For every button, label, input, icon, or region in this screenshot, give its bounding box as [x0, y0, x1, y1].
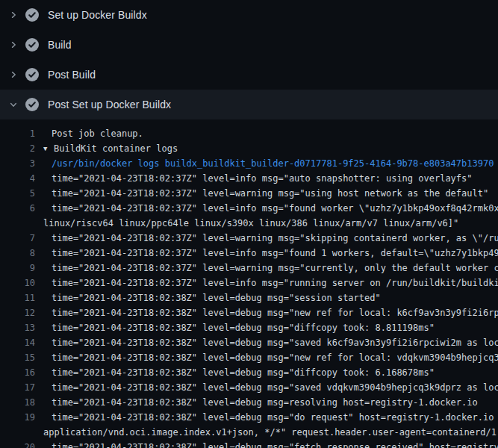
log-text-content: time="2021-04-23T18:02:37Z" level=info m… [52, 248, 498, 258]
line-number[interactable]: 4 [0, 171, 35, 186]
log-text: time="2021-04-23T18:02:38Z" level=debug … [52, 290, 498, 305]
line-number[interactable]: 10 [0, 276, 35, 290]
log-text-content: time="2021-04-23T18:02:38Z" level=debug … [52, 442, 498, 448]
line-number[interactable]: 20 [0, 440, 35, 448]
log-line: 8 time="2021-04-23T18:02:37Z" level=info… [0, 246, 498, 261]
log-text: ▼BuildKit container logs [43, 141, 498, 156]
log-text: time="2021-04-23T18:02:37Z" level=warnin… [52, 231, 498, 246]
workflow-log-viewer: Set up Docker Buildx Build Post Buil [0, 0, 498, 448]
step-header-post-build[interactable]: Post Build [0, 60, 498, 90]
log-text: Post job cleanup. [52, 126, 498, 141]
chevron-right-icon[interactable] [7, 69, 19, 81]
step-label: Post Set up Docker Buildx [48, 99, 171, 111]
log-line: 17 time="2021-04-23T18:02:38Z" level=deb… [0, 380, 498, 395]
check-circle-icon [25, 98, 39, 111]
line-number[interactable]: 15 [0, 350, 35, 365]
log-line: linux/riscv64 linux/ppc64le linux/s390x … [0, 216, 498, 231]
log-line: 15 time="2021-04-23T18:02:38Z" level=deb… [0, 350, 498, 365]
line-number[interactable]: 17 [0, 380, 35, 395]
log-text: application/vnd.oci.image.index.v1+json,… [43, 425, 498, 440]
check-circle-icon [25, 8, 39, 22]
log-text-content: time="2021-04-23T18:02:37Z" level=info m… [52, 278, 498, 288]
log-text-content: time="2021-04-23T18:02:37Z" level=info m… [52, 203, 498, 214]
log-line: 3 /usr/bin/docker logs buildx_buildkit_b… [0, 156, 498, 171]
line-number[interactable]: 14 [0, 335, 35, 350]
line-number[interactable] [0, 216, 35, 231]
log-text-content: linux/riscv64 linux/ppc64le linux/s390x … [43, 218, 458, 228]
line-number[interactable]: 19 [0, 410, 35, 425]
log-text-content: Post job cleanup. [52, 128, 143, 139]
log-line: 19 time="2021-04-23T18:02:38Z" level=deb… [0, 410, 498, 425]
log-line: 11 time="2021-04-23T18:02:38Z" level=deb… [0, 290, 498, 305]
log-text-content: time="2021-04-23T18:02:37Z" level=info m… [52, 173, 473, 184]
log-text: time="2021-04-23T18:02:38Z" level=debug … [52, 395, 498, 410]
line-number[interactable]: 2 [0, 141, 35, 156]
log-text: time="2021-04-23T18:02:37Z" level=info m… [52, 171, 498, 186]
log-line: 1 Post job cleanup. [0, 126, 498, 141]
line-number[interactable]: 12 [0, 305, 35, 320]
log-line: 16 time="2021-04-23T18:02:38Z" level=deb… [0, 365, 498, 380]
log-text-content: time="2021-04-23T18:02:38Z" level=debug … [52, 412, 498, 423]
line-number[interactable]: 3 [0, 156, 35, 171]
log-text: time="2021-04-23T18:02:38Z" level=debug … [52, 320, 498, 335]
line-number[interactable]: 5 [0, 186, 35, 201]
log-line: 6 time="2021-04-23T18:02:37Z" level=info… [0, 201, 498, 216]
line-number[interactable]: 1 [0, 126, 35, 141]
chevron-right-icon[interactable] [7, 39, 19, 51]
line-number[interactable]: 13 [0, 320, 35, 335]
log-text-content: time="2021-04-23T18:02:38Z" level=debug … [52, 293, 381, 303]
step-label: Build [48, 39, 72, 51]
step-header-build[interactable]: Build [0, 30, 498, 60]
log-text-content: time="2021-04-23T18:02:37Z" level=warnin… [52, 188, 488, 199]
steps-list: Set up Docker Buildx Build Post Buil [0, 0, 498, 119]
log-text-content: time="2021-04-23T18:02:38Z" level=debug … [52, 397, 478, 408]
log-text-content: time="2021-04-23T18:02:38Z" level=debug … [52, 367, 435, 378]
log-text-content: time="2021-04-23T18:02:38Z" level=debug … [52, 352, 498, 363]
log-text-content: /usr/bin/docker logs buildx_buildkit_bui… [52, 158, 494, 169]
log-line: 5 time="2021-04-23T18:02:37Z" level=warn… [0, 186, 498, 201]
line-number[interactable]: 9 [0, 261, 35, 276]
log-text-content: time="2021-04-23T18:02:38Z" level=debug … [52, 308, 498, 318]
log-line: 12 time="2021-04-23T18:02:38Z" level=deb… [0, 305, 498, 320]
log-text: linux/riscv64 linux/ppc64le linux/s390x … [43, 216, 498, 231]
log-text: time="2021-04-23T18:02:38Z" level=debug … [52, 365, 498, 380]
log-line: 4 time="2021-04-23T18:02:37Z" level=info… [0, 171, 498, 186]
step-label: Post Build [48, 69, 96, 81]
log-text: time="2021-04-23T18:02:38Z" level=debug … [52, 410, 498, 425]
log-text-content: time="2021-04-23T18:02:37Z" level=warnin… [52, 263, 498, 273]
log-line: 2 ▼BuildKit container logs [0, 141, 498, 156]
check-circle-icon [25, 38, 39, 52]
log-line: 7 time="2021-04-23T18:02:37Z" level=warn… [0, 231, 498, 246]
line-number[interactable]: 18 [0, 395, 35, 410]
chevron-right-icon[interactable] [7, 9, 19, 21]
log-text: time="2021-04-23T18:02:37Z" level=info m… [52, 201, 498, 216]
log-text: time="2021-04-23T18:02:37Z" level=warnin… [52, 186, 498, 201]
step-label: Set up Docker Buildx [48, 9, 147, 21]
chevron-down-icon[interactable] [7, 99, 19, 111]
log-line: 20 time="2021-04-23T18:02:38Z" level=deb… [0, 440, 498, 448]
log-text-content: BuildKit container logs [54, 143, 178, 154]
log-text-content: time="2021-04-23T18:02:38Z" level=debug … [52, 323, 435, 333]
line-number[interactable]: 8 [0, 246, 35, 261]
log-line: 13 time="2021-04-23T18:02:38Z" level=deb… [0, 320, 498, 335]
log-text-content: time="2021-04-23T18:02:38Z" level=debug … [52, 337, 498, 348]
check-circle-icon [25, 68, 39, 81]
log-group-toggle-icon[interactable]: ▼ [43, 141, 54, 156]
line-number[interactable]: 11 [0, 290, 35, 305]
log-line: 9 time="2021-04-23T18:02:37Z" level=warn… [0, 261, 498, 276]
log-text: time="2021-04-23T18:02:38Z" level=debug … [52, 350, 498, 365]
log-text: time="2021-04-23T18:02:38Z" level=debug … [52, 440, 498, 448]
line-number[interactable]: 6 [0, 201, 35, 216]
log-text: time="2021-04-23T18:02:37Z" level=info m… [52, 246, 498, 261]
log-line: 10 time="2021-04-23T18:02:37Z" level=inf… [0, 276, 498, 290]
log-line: 18 time="2021-04-23T18:02:38Z" level=deb… [0, 395, 498, 410]
log-text: time="2021-04-23T18:02:38Z" level=debug … [52, 305, 498, 320]
log-text: time="2021-04-23T18:02:37Z" level=info m… [52, 276, 498, 290]
line-number[interactable]: 16 [0, 365, 35, 380]
log-text: time="2021-04-23T18:02:38Z" level=debug … [52, 335, 498, 350]
line-number[interactable]: 7 [0, 231, 35, 246]
step-header-set-up-docker-buildx[interactable]: Set up Docker Buildx [0, 0, 498, 30]
line-number[interactable] [0, 425, 35, 440]
step-header-post-set-up-docker-buildx[interactable]: Post Set up Docker Buildx [0, 90, 498, 119]
log-line: application/vnd.oci.image.index.v1+json,… [0, 425, 498, 440]
